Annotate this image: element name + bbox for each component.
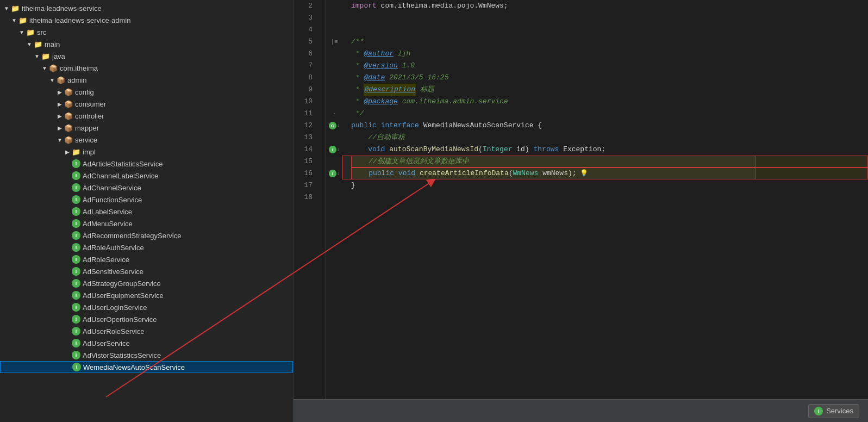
tree-item-controller[interactable]: 📦controller xyxy=(0,110,293,122)
code-line-17: } xyxy=(351,179,868,191)
tree-item-f4[interactable]: IAdFunctionService xyxy=(0,194,293,206)
line-num-2: 2 xyxy=(294,0,317,12)
tree-item-f5[interactable]: IAdLabelService xyxy=(0,206,293,218)
tree-label-com-itheima: com.itheima xyxy=(60,64,98,72)
tree-label-f18: WemediaNewsAutoScanService xyxy=(83,363,185,371)
tree-item-config[interactable]: 📦config xyxy=(0,86,293,98)
file-icon-f1: I xyxy=(72,159,80,168)
folder-icon-leadnews-service: 📁 xyxy=(11,4,20,13)
code-line-16: public void createArticleInfoData(WmNews… xyxy=(351,167,868,179)
tree-label-service-admin: itheima-leadnews-service-admin xyxy=(29,16,130,24)
file-icon-f10: I xyxy=(72,267,80,276)
folder-icon-service-admin: 📁 xyxy=(18,16,27,24)
code-line-2: import com.itheima.media.pojo.WmNews; xyxy=(351,0,868,12)
code-line-18 xyxy=(351,191,868,203)
tree-arrow-com-itheima[interactable] xyxy=(40,65,49,71)
tree-item-service-admin[interactable]: 📁itheima-leadnews-service-admin xyxy=(0,14,293,26)
tree-arrow-impl[interactable] xyxy=(63,149,72,155)
tree-item-src[interactable]: 📁src xyxy=(0,26,293,38)
tree-item-f17[interactable]: IAdVistorStatisticsService xyxy=(0,349,293,361)
tree-item-consumer[interactable]: 📦consumer xyxy=(0,98,293,110)
tree-arrow-controller[interactable] xyxy=(55,113,64,119)
file-icon-f11: I xyxy=(72,279,80,288)
tree-arrow-main[interactable] xyxy=(25,41,34,47)
status-bar: i Services xyxy=(294,399,868,422)
file-icon-f14: I xyxy=(72,315,80,324)
tree-item-mapper[interactable]: 📦mapper xyxy=(0,122,293,134)
tree-label-java: java xyxy=(52,52,65,60)
gutter-cell-17 xyxy=(326,179,342,191)
tree-label-f14: AdUserOpertionService xyxy=(83,315,157,324)
tree-item-f14[interactable]: IAdUserOpertionService xyxy=(0,313,293,325)
file-tree[interactable]: 📁itheima-leadnews-service📁itheima-leadne… xyxy=(0,0,294,422)
folder-icon-main: 📁 xyxy=(34,40,42,48)
tree-arrow-config[interactable] xyxy=(55,89,64,95)
gutter-cell-9 xyxy=(326,84,342,96)
tree-label-f11: AdStrategyGroupService xyxy=(83,280,161,288)
tree-label-service: service xyxy=(75,136,97,144)
tree-item-f12[interactable]: IAdUserEquipmentService xyxy=(0,289,293,301)
tree-arrow-src[interactable] xyxy=(17,29,26,35)
tree-arrow-consumer[interactable] xyxy=(55,101,64,107)
tree-item-impl[interactable]: 📁impl xyxy=(0,146,293,158)
gutter-cell-18 xyxy=(326,191,342,203)
gutter-cell-4 xyxy=(326,24,342,36)
tree-item-f1[interactable]: IAdArticleStatisticsService xyxy=(0,158,293,170)
tree-label-consumer: consumer xyxy=(75,100,106,108)
tree-label-impl: impl xyxy=(83,148,96,156)
folder-icon-controller: 📦 xyxy=(64,112,73,120)
tree-item-f7[interactable]: IAdRecommendStrategyService xyxy=(0,229,293,241)
tree-item-f16[interactable]: IAdUserService xyxy=(0,337,293,349)
tree-item-f3[interactable]: IAdChannelService xyxy=(0,182,293,194)
tree-item-f18[interactable]: IWemediaNewsAutoScanService xyxy=(0,361,293,373)
tree-item-f11[interactable]: IAdStrategyGroupService xyxy=(0,277,293,289)
tree-arrow-admin[interactable] xyxy=(48,77,57,83)
tree-arrow-leadnews-service[interactable] xyxy=(2,5,11,11)
tree-label-f8: AdRoleAuthService xyxy=(83,244,144,252)
tree-item-admin[interactable]: 📦admin xyxy=(0,74,293,86)
folder-icon-impl: 📁 xyxy=(72,148,80,156)
services-button[interactable]: i Services xyxy=(808,404,859,418)
tree-item-f2[interactable]: IAdChannelLabelService xyxy=(0,170,293,182)
tree-item-f13[interactable]: IAdUserLoginService xyxy=(0,301,293,313)
tree-arrow-mapper[interactable] xyxy=(55,125,64,131)
tree-item-f15[interactable]: IAdUserRoleService xyxy=(0,325,293,337)
file-icon-f4: I xyxy=(72,195,80,204)
file-icon-f9: I xyxy=(72,255,80,264)
file-icon-f15: I xyxy=(72,327,80,336)
gutter-cell-6 xyxy=(326,48,342,60)
code-line-14: void autoScanByMediaNewsId(Integer id) t… xyxy=(351,144,868,156)
tree-arrow-java[interactable] xyxy=(33,53,41,59)
tree-item-java[interactable]: 📁java xyxy=(0,50,293,62)
file-icon-f18: I xyxy=(72,363,81,371)
tree-item-f10[interactable]: IAdSensitiveService xyxy=(0,265,293,277)
code-line-15: //创建文章信息到文章数据库中 xyxy=(351,156,868,167)
line-num-13: 13 xyxy=(294,132,317,144)
gutter-cell-7 xyxy=(326,60,342,72)
tree-label-main: main xyxy=(45,40,60,48)
tree-item-leadnews-service[interactable]: 📁itheima-leadnews-service xyxy=(0,2,293,14)
gutter-cell-14: I↓ xyxy=(326,144,342,156)
code-line-13: //自动审核 xyxy=(351,132,868,144)
tree-label-f17: AdVistorStatisticsService xyxy=(83,351,161,359)
tree-label-f7: AdRecommendStrategyService xyxy=(83,232,181,240)
line-num-6: 6 xyxy=(294,48,317,60)
tree-item-f9[interactable]: IAdRoleService xyxy=(0,253,293,265)
tree-item-com-itheima[interactable]: 📦com.itheima xyxy=(0,62,293,74)
tree-item-service[interactable]: 📦service xyxy=(0,134,293,146)
tree-arrow-service-admin[interactable] xyxy=(10,17,18,23)
tree-item-f8[interactable]: IAdRoleAuthService xyxy=(0,241,293,253)
file-icon-f3: I xyxy=(72,183,80,192)
tree-label-config: config xyxy=(75,88,94,96)
gutter-cell-2 xyxy=(326,0,342,12)
tree-item-f6[interactable]: IAdMenuService xyxy=(0,218,293,229)
tree-label-f3: AdChannelService xyxy=(83,184,141,192)
tree-arrow-service[interactable] xyxy=(55,137,64,143)
file-icon-f13: I xyxy=(72,303,80,312)
lightbulb-icon[interactable]: 💡 xyxy=(580,167,588,179)
tree-label-src: src xyxy=(37,28,46,36)
tree-item-main[interactable]: 📁main xyxy=(0,38,293,50)
tree-label-leadnews-service: itheima-leadnews-service xyxy=(22,4,102,13)
code-line-4 xyxy=(351,24,868,36)
file-icon-f12: I xyxy=(72,291,80,300)
